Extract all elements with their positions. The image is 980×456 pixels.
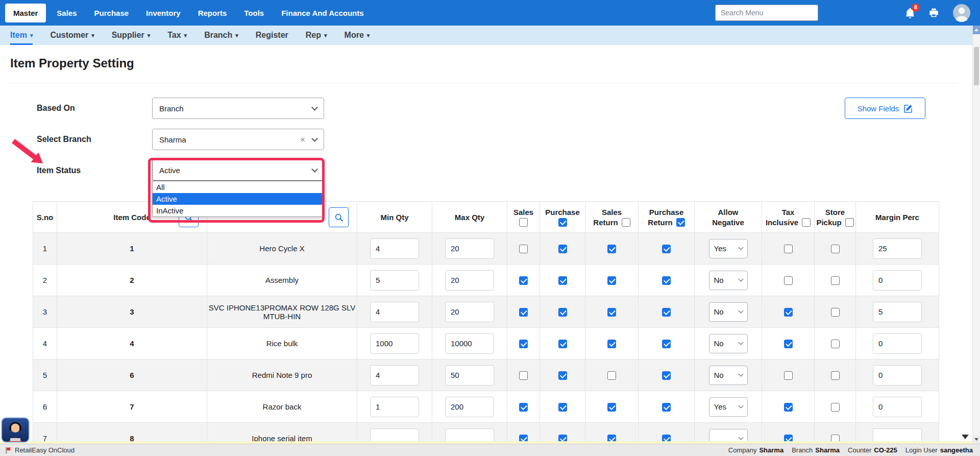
margin-perc-input[interactable] (873, 333, 922, 354)
min-qty-input[interactable] (370, 238, 419, 259)
max-qty-input[interactable] (445, 302, 494, 322)
subnav-item-rep[interactable]: Rep▾ (306, 26, 327, 45)
subnav-item-customer[interactable]: Customer▾ (50, 26, 94, 45)
subnav-item-supplier[interactable]: Supplier▾ (112, 26, 151, 45)
sales-checkbox[interactable] (519, 276, 528, 285)
tax-inclusive-checkbox[interactable] (784, 435, 793, 441)
user-avatar[interactable] (952, 4, 971, 22)
topnav-item-reports[interactable]: Reports (189, 4, 236, 22)
allow-negative-select[interactable]: No (709, 366, 748, 385)
store-pickup-header-checkbox[interactable] (845, 218, 854, 227)
item-status-option-inactive[interactable]: InActive (153, 205, 324, 217)
min-qty-input[interactable] (370, 428, 419, 442)
purchase-checkbox[interactable] (558, 245, 567, 253)
tax-inclusive-checkbox[interactable] (784, 276, 793, 285)
sales-header-checkbox[interactable] (519, 218, 528, 227)
scrollbar-thumb[interactable] (974, 47, 979, 85)
chat-widget[interactable] (1, 417, 30, 443)
topnav-item-finance-and-accounts[interactable]: Finance And Accounts (273, 4, 372, 22)
sales-checkbox[interactable] (519, 308, 528, 317)
topnav-item-master[interactable]: Master (5, 4, 46, 22)
max-qty-input[interactable] (445, 397, 494, 417)
notifications-button[interactable]: 8 (905, 7, 915, 19)
tax-inclusive-checkbox[interactable] (784, 245, 793, 253)
sales-return-checkbox[interactable] (607, 308, 616, 317)
subnav-item-item[interactable]: Item▾ (10, 26, 33, 45)
item-status-select[interactable]: Active (152, 160, 324, 181)
subnav-item-tax[interactable]: Tax▾ (167, 26, 187, 45)
tax-inclusive-checkbox[interactable] (784, 371, 793, 380)
topnav-item-inventory[interactable]: Inventory (137, 4, 189, 22)
store-pickup-checkbox[interactable] (831, 245, 840, 253)
topnav-item-tools[interactable]: Tools (235, 4, 273, 22)
margin-perc-input[interactable] (873, 365, 922, 386)
store-pickup-checkbox[interactable] (831, 371, 840, 380)
store-pickup-checkbox[interactable] (831, 435, 840, 441)
purchase-return-checkbox[interactable] (662, 403, 671, 412)
scrollbar-up-button[interactable] (973, 26, 980, 34)
purchase-checkbox[interactable] (558, 403, 567, 412)
purchase-return-checkbox[interactable] (662, 340, 671, 348)
topnav-item-purchase[interactable]: Purchase (86, 4, 138, 22)
print-button[interactable] (928, 8, 939, 18)
store-pickup-checkbox[interactable] (831, 308, 840, 317)
subnav-item-more[interactable]: More▾ (345, 26, 370, 45)
show-fields-button[interactable]: Show Fields (845, 98, 925, 119)
purchase-return-checkbox[interactable] (662, 435, 671, 441)
store-pickup-checkbox[interactable] (831, 403, 840, 412)
item-name-search-button[interactable] (329, 207, 349, 227)
sales-return-checkbox[interactable] (607, 245, 616, 253)
min-qty-input[interactable] (370, 333, 419, 354)
purchase-return-header-checkbox[interactable] (676, 218, 685, 227)
vertical-scrollbar[interactable] (972, 26, 980, 444)
sales-return-header-checkbox[interactable] (622, 218, 630, 227)
allow-negative-select[interactable]: Yes (709, 239, 748, 258)
purchase-header-checkbox[interactable] (558, 218, 567, 227)
min-qty-input[interactable] (370, 397, 419, 417)
purchase-checkbox[interactable] (558, 371, 567, 380)
max-qty-input[interactable] (445, 333, 494, 354)
item-status-option-all[interactable]: All (153, 181, 324, 193)
purchase-return-checkbox[interactable] (662, 276, 671, 285)
sales-return-checkbox[interactable] (607, 435, 616, 441)
max-qty-input[interactable] (445, 238, 494, 259)
purchase-checkbox[interactable] (558, 276, 567, 285)
tax-inclusive-checkbox[interactable] (784, 403, 793, 412)
margin-perc-input[interactable] (873, 397, 922, 417)
allow-negative-select[interactable]: No (709, 334, 748, 353)
margin-perc-input[interactable] (873, 428, 922, 442)
max-qty-input[interactable] (445, 365, 494, 386)
topnav-item-sales[interactable]: Sales (48, 4, 85, 22)
select-branch-select[interactable]: Sharma × (152, 129, 324, 150)
sales-return-checkbox[interactable] (607, 371, 616, 380)
subnav-item-register[interactable]: Register (256, 26, 288, 45)
tax-inclusive-header-checkbox[interactable] (802, 218, 811, 227)
store-pickup-checkbox[interactable] (831, 276, 840, 285)
sales-return-checkbox[interactable] (607, 276, 616, 285)
allow-negative-select[interactable]: No (709, 271, 748, 290)
margin-perc-input[interactable] (873, 302, 922, 322)
max-qty-input[interactable] (445, 270, 494, 291)
purchase-checkbox[interactable] (558, 340, 567, 348)
margin-perc-input[interactable] (873, 238, 922, 259)
min-qty-input[interactable] (370, 302, 419, 322)
min-qty-input[interactable] (370, 365, 419, 386)
purchase-return-checkbox[interactable] (662, 245, 671, 253)
min-qty-input[interactable] (370, 270, 419, 291)
clear-x-icon[interactable]: × (300, 135, 305, 144)
sales-checkbox[interactable] (519, 340, 528, 348)
search-menu-input[interactable] (715, 5, 818, 21)
store-pickup-checkbox[interactable] (831, 340, 840, 348)
allow-negative-select[interactable]: No (709, 302, 748, 322)
sales-checkbox[interactable] (519, 245, 528, 253)
scrollbar-down-button[interactable] (973, 435, 980, 444)
purchase-return-checkbox[interactable] (662, 371, 671, 380)
sales-return-checkbox[interactable] (607, 340, 616, 348)
sales-checkbox[interactable] (519, 435, 528, 441)
margin-perc-input[interactable] (873, 270, 922, 291)
tax-inclusive-checkbox[interactable] (784, 308, 793, 317)
tax-inclusive-checkbox[interactable] (784, 340, 793, 348)
item-status-option-active[interactable]: Active (153, 193, 324, 205)
allow-negative-select[interactable] (709, 429, 748, 442)
max-qty-input[interactable] (445, 428, 494, 442)
